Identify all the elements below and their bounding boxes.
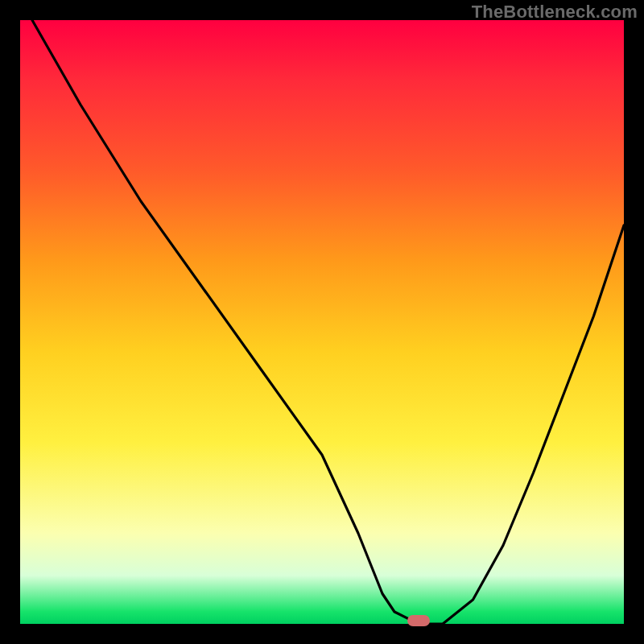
plot-area (20, 20, 624, 624)
chart-frame: TheBottleneck.com (0, 0, 644, 644)
bottleneck-curve (20, 20, 624, 624)
minimum-marker (407, 615, 430, 626)
